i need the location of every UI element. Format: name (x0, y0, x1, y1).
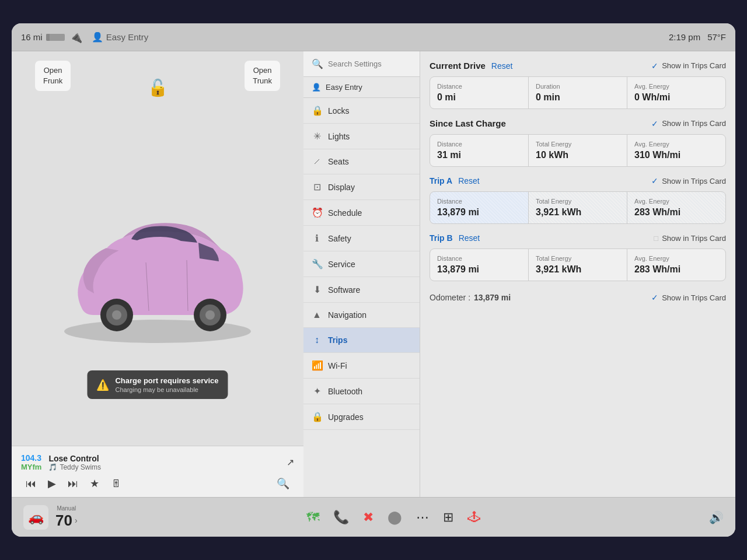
search-input[interactable] (328, 60, 411, 68)
since-last-check: ✓ (651, 119, 658, 128)
easy-entry-profile-item: 👤 Easy Entry (303, 77, 420, 98)
trip-a-avg-energy-label: Avg. Energy (634, 198, 718, 205)
since-last-charge-title: Since Last Charge (430, 118, 506, 128)
sidebar-item-label-bluetooth: Bluetooth (328, 387, 362, 396)
open-frunk-button[interactable]: Open Frunk (35, 61, 71, 91)
sidebar-item-label-seats: Seats (328, 157, 349, 166)
sidebar-item-service[interactable]: 🔧 Service (303, 251, 420, 277)
favorite-button[interactable]: ★ (90, 477, 99, 490)
current-drive-stats: Distance 0 mi Duration 0 min Avg. Energy… (430, 76, 726, 109)
easy-entry-label: Easy Entry (106, 32, 149, 42)
car-plug-icon: 🔌 (69, 31, 82, 44)
warning-icon: ⚠️ (96, 379, 109, 391)
play-button[interactable]: ▶ (48, 477, 56, 490)
settings-sidebar: 🔍 👤 Easy Entry 🔒 Locks ✳ Lights ⟋ Seats … (303, 51, 420, 497)
volume-icon[interactable]: 🔊 (709, 510, 724, 524)
charge-distance-value: 31 mi (437, 150, 521, 160)
search-music-button[interactable]: 🔍 (277, 477, 289, 490)
sidebar-item-label-upgrades: Upgrades (328, 412, 364, 422)
trips-icon: ↕ (312, 335, 322, 345)
sidebar-item-locks[interactable]: 🔒 Locks (303, 98, 420, 124)
charge-total-energy-value: 10 kWh (536, 150, 620, 160)
odometer-show-trips: ✓ Show in Trips Card (651, 293, 726, 302)
sidebar-item-label-display: Display (328, 183, 355, 192)
trip-a-header: Trip A Reset ✓ Show in Trips Card (430, 176, 726, 186)
car-icon-button[interactable]: 🚗 (23, 505, 48, 530)
trip-b-trips-label: Show in Trips Card (662, 234, 726, 243)
camera-icon[interactable]: ⬤ (388, 510, 402, 525)
trip-a-distance-value: 13,879 mi (437, 207, 521, 218)
svg-point-6 (205, 310, 215, 320)
display-icon: ⊡ (312, 181, 322, 192)
charge-total-energy-label: Total Energy (536, 141, 620, 148)
search-box: 🔍 (303, 51, 420, 77)
current-drive-reset[interactable]: Reset (491, 61, 513, 71)
sidebar-item-software[interactable]: ⬇ Software (303, 277, 420, 303)
since-last-charge-section: Since Last Charge ✓ Show in Trips Card D… (430, 118, 726, 167)
sidebar-item-display[interactable]: ⊡ Display (303, 174, 420, 200)
current-duration-cell: Duration 0 min (529, 77, 627, 108)
joystick-icon[interactable]: 🕹 (467, 510, 480, 525)
music-player: 104.3 MYfm Lose Control 🎵 Teddy Swims ↗ … (12, 446, 303, 497)
media-icon[interactable]: ✖ (363, 510, 374, 525)
sidebar-item-bluetooth[interactable]: ✦ Bluetooth (303, 379, 420, 404)
temp-display: 57°F (707, 32, 726, 42)
trip-a-stats: Distance 13,879 mi Total Energy 3,921 kW… (430, 191, 726, 224)
grid-icon[interactable]: ⊞ (443, 510, 453, 525)
cast-button[interactable]: ↗ (287, 457, 294, 468)
equalizer-button[interactable]: 🎚 (111, 478, 121, 490)
more-icon[interactable]: ⋯ (416, 510, 429, 525)
sidebar-item-navigation[interactable]: ▲ Navigation (303, 303, 420, 328)
trip-b-avg-energy-label: Avg. Energy (634, 255, 718, 262)
range-display: 16 mi (21, 32, 65, 42)
charge-warning-subtitle: Charging may be unavailable (115, 386, 218, 393)
next-track-button[interactable]: ⏭ (68, 478, 78, 490)
open-trunk-button[interactable]: Open Trunk (245, 61, 280, 91)
phone-icon[interactable]: 📞 (333, 510, 349, 525)
sidebar-item-trips[interactable]: ↕ Trips (303, 328, 420, 353)
trip-a-avg-energy-cell: Avg. Energy 283 Wh/mi (627, 192, 725, 223)
charge-total-energy-cell: Total Energy 10 kWh (529, 135, 627, 166)
trip-b-avg-energy-value: 283 Wh/mi (634, 264, 718, 275)
trip-a-section: Trip A Reset ✓ Show in Trips Card Distan… (430, 176, 726, 224)
search-icon: 🔍 (312, 58, 323, 69)
current-drive-trips-label: Show in Trips Card (662, 61, 726, 70)
trip-a-title: Trip A (430, 176, 452, 186)
profile-icon-sidebar: 👤 (312, 83, 321, 92)
trip-a-total-energy-label: Total Energy (536, 198, 620, 205)
music-info: 104.3 MYfm Lose Control 🎵 Teddy Swims ↗ (21, 453, 294, 471)
trip-b-distance-value: 13,879 mi (437, 264, 521, 275)
sidebar-item-schedule[interactable]: ⏰ Schedule (303, 200, 420, 226)
sidebar-item-lights[interactable]: ✳ Lights (303, 124, 420, 149)
map-icon[interactable]: 🗺 (306, 510, 319, 525)
sidebar-item-seats[interactable]: ⟋ Seats (303, 149, 420, 174)
prev-track-button[interactable]: ⏮ (26, 478, 36, 490)
battery-fill (46, 34, 50, 41)
seats-icon: ⟋ (312, 156, 322, 167)
artist-name: Teddy Swims (60, 463, 101, 471)
trips-content: Current Drive Reset ✓ Show in Trips Card… (420, 51, 735, 497)
music-note-icon: 🎵 (48, 463, 57, 471)
current-energy-value: 0 Wh/mi (634, 92, 718, 103)
wifi-icon: 📶 (312, 360, 322, 371)
battery-bar (46, 34, 65, 41)
trip-b-reset[interactable]: Reset (459, 233, 480, 243)
sidebar-item-safety[interactable]: ℹ Safety (303, 226, 420, 251)
speed-label: Manual (57, 505, 76, 512)
trip-b-total-energy-value: 3,921 kWh (536, 264, 620, 275)
charge-avg-energy-value: 310 Wh/mi (634, 150, 718, 160)
charge-warning-title: Charge port requires service (115, 376, 218, 385)
trip-a-avg-energy-value: 283 Wh/mi (634, 207, 718, 218)
taskbar-left: 🚗 Manual 70 › (23, 505, 78, 530)
odometer-check: ✓ (651, 293, 658, 302)
trip-b-stats: Distance 13,879 mi Total Energy 3,921 kW… (430, 249, 726, 281)
trip-a-reset[interactable]: Reset (458, 176, 480, 186)
schedule-icon: ⏰ (312, 207, 322, 218)
safety-icon: ℹ (312, 233, 322, 244)
sidebar-item-upgrades[interactable]: 🔒 Upgrades (303, 404, 420, 430)
charge-warning: ⚠️ Charge port requires service Charging… (87, 370, 228, 399)
charge-avg-energy-label: Avg. Energy (634, 141, 718, 148)
current-drive-check: ✓ (651, 61, 658, 71)
locks-icon: 🔒 (312, 105, 322, 116)
sidebar-item-wifi[interactable]: 📶 Wi-Fi (303, 353, 420, 379)
